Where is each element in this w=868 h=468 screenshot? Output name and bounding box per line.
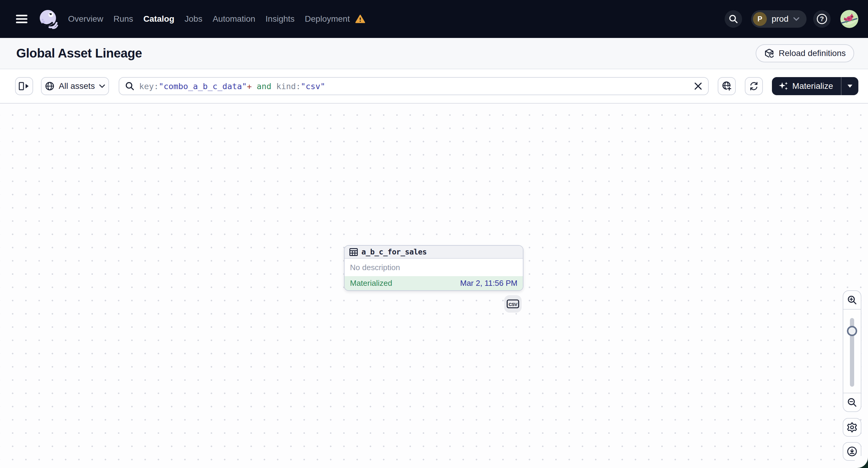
zoom-slider[interactable] bbox=[843, 309, 861, 393]
refresh-icon bbox=[749, 81, 759, 91]
query-field-token: kind: bbox=[276, 82, 301, 91]
nav-item-automation[interactable]: Automation bbox=[213, 14, 255, 24]
asset-status: Materialized bbox=[350, 279, 392, 288]
caret-down-icon bbox=[847, 84, 852, 88]
query-string-token: "csv" bbox=[301, 82, 325, 91]
zoom-slider-thumb[interactable] bbox=[847, 326, 857, 336]
asset-node-header: a_b_c_for_sales bbox=[345, 246, 523, 259]
page-title: Global Asset Lineage bbox=[16, 46, 142, 61]
dagster-logo[interactable] bbox=[37, 8, 58, 30]
page-header: Global Asset Lineage Reload definitions bbox=[0, 38, 868, 69]
top-navbar: Overview Runs Catalog Jobs Automation In… bbox=[0, 0, 868, 38]
zoom-in-button[interactable] bbox=[843, 291, 861, 309]
nav-item-jobs[interactable]: Jobs bbox=[185, 14, 203, 24]
query-operator-token: + bbox=[247, 82, 252, 91]
asset-kind-badge: CSV bbox=[504, 295, 522, 313]
search-query-text: key:"combo_a_b_c_data"+ and kind:"csv" bbox=[139, 82, 689, 91]
query-field-token: key: bbox=[139, 82, 159, 91]
query-boolean-token: and bbox=[252, 82, 276, 91]
deployment-initial: P bbox=[753, 12, 767, 26]
asset-scope-label: All assets bbox=[59, 81, 95, 91]
csv-label: CSV bbox=[509, 302, 518, 307]
download-icon bbox=[847, 446, 858, 457]
asset-materialization-time[interactable]: Mar 2, 11:56 PM bbox=[460, 279, 518, 288]
global-search-button[interactable] bbox=[725, 10, 742, 28]
asset-scope-button[interactable]: All assets bbox=[41, 77, 109, 95]
refresh-graph-button[interactable] bbox=[745, 77, 763, 95]
graph-settings-button[interactable] bbox=[843, 418, 861, 437]
sidebar-toggle-button[interactable] bbox=[15, 77, 33, 95]
app-root: Overview Runs Catalog Jobs Automation In… bbox=[0, 0, 868, 468]
help-icon: ? bbox=[817, 14, 827, 24]
table-icon bbox=[349, 248, 358, 256]
asset-node-body: No description bbox=[345, 259, 523, 276]
hamburger-icon bbox=[16, 14, 27, 24]
materialize-label: Materialize bbox=[793, 81, 833, 91]
chevron-down-icon bbox=[793, 17, 799, 21]
globe-icon bbox=[45, 81, 55, 91]
nav-item-overview[interactable]: Overview bbox=[68, 14, 103, 24]
close-icon bbox=[694, 82, 702, 90]
search-icon bbox=[729, 14, 738, 24]
asset-node-footer: Materialized Mar 2, 11:56 PM bbox=[345, 276, 523, 290]
zoom-out-icon bbox=[847, 398, 857, 407]
materialize-options-button[interactable] bbox=[841, 77, 858, 95]
query-string-token: "combo_a_b_c_data" bbox=[159, 82, 247, 91]
gear-icon bbox=[847, 422, 858, 433]
nav-item-catalog[interactable]: Catalog bbox=[143, 14, 175, 24]
deployment-switcher[interactable]: P prod bbox=[751, 10, 807, 28]
clear-search-button[interactable] bbox=[694, 82, 702, 90]
materialize-button[interactable]: Materialize bbox=[772, 77, 841, 95]
asset-search-input[interactable]: key:"combo_a_b_c_data"+ and kind:"csv" bbox=[119, 77, 709, 95]
warning-icon bbox=[355, 14, 365, 24]
filter-kinds-button[interactable] bbox=[718, 77, 736, 95]
zoom-out-button[interactable] bbox=[843, 393, 861, 411]
nav-right-cluster: P prod ? bbox=[725, 10, 858, 28]
deployment-name: prod bbox=[772, 14, 788, 24]
nav-items: Overview Runs Catalog Jobs Automation In… bbox=[68, 14, 365, 24]
user-avatar[interactable] bbox=[840, 10, 858, 28]
reload-definitions-icon bbox=[764, 48, 774, 58]
chevron-down-icon bbox=[99, 84, 105, 88]
asset-description: No description bbox=[350, 263, 400, 272]
open-panel-icon bbox=[19, 82, 30, 90]
help-button[interactable]: ? bbox=[813, 10, 831, 28]
nav-item-deployment[interactable]: Deployment bbox=[305, 14, 350, 24]
reload-definitions-label: Reload definitions bbox=[779, 49, 846, 58]
lineage-graph-canvas[interactable]: a_b_c_for_sales No description Materiali… bbox=[0, 103, 868, 468]
avatar-bird-image bbox=[840, 10, 858, 28]
sparkles-icon bbox=[779, 81, 788, 91]
reload-definitions-button[interactable]: Reload definitions bbox=[756, 44, 854, 62]
asset-name: a_b_c_for_sales bbox=[362, 248, 427, 256]
nav-item-insights[interactable]: Insights bbox=[266, 14, 295, 24]
search-icon bbox=[125, 82, 134, 91]
nav-item-deployment-wrap: Deployment bbox=[305, 14, 365, 24]
zoom-in-icon bbox=[847, 295, 857, 305]
lineage-toolbar: All assets key:"combo_a_b_c_data"+ and k… bbox=[0, 69, 868, 103]
asset-node[interactable]: a_b_c_for_sales No description Materiali… bbox=[344, 245, 523, 291]
menu-icon[interactable] bbox=[13, 10, 31, 28]
csv-icon: CSV bbox=[506, 299, 519, 308]
nav-item-runs[interactable]: Runs bbox=[114, 14, 133, 24]
dagster-octopus-icon bbox=[37, 8, 58, 30]
globe-plus-icon bbox=[722, 81, 732, 91]
zoom-controls bbox=[843, 290, 861, 412]
materialize-split-button: Materialize bbox=[772, 77, 858, 95]
